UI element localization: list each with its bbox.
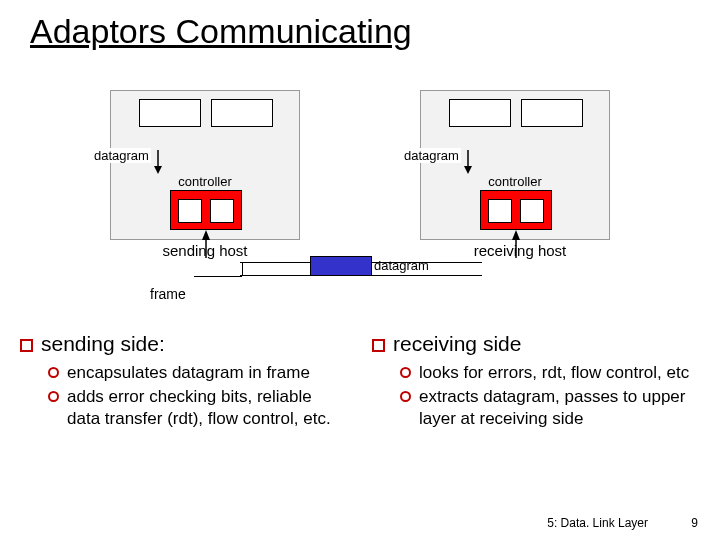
frame-datagram-label: datagram <box>374 258 429 273</box>
svg-marker-7 <box>512 230 520 240</box>
bullet-text: encapsulates datagram in frame <box>67 362 310 384</box>
bullet-l2: looks for errors, rdt, flow control, etc <box>400 362 700 384</box>
sending-host-label: sending host <box>145 242 265 259</box>
diagram: datagram controller sending host datagra… <box>70 90 610 310</box>
controller-label-left: controller <box>170 174 240 189</box>
datagram-label-left: datagram <box>92 148 151 163</box>
frame-label: frame <box>150 286 186 302</box>
left-column: sending side: encapsulates datagram in f… <box>20 332 348 431</box>
bullet-heading: sending side: <box>41 332 165 356</box>
card-slot <box>210 199 234 223</box>
frame-pointer <box>242 262 243 276</box>
bullet-l1: receiving side <box>372 332 700 356</box>
bullet-l2: extracts datagram, passes to upper layer… <box>400 386 700 430</box>
arrow-down-icon <box>152 150 164 174</box>
circle-bullet-icon <box>48 391 59 402</box>
arrow-down-icon <box>462 150 474 174</box>
circle-bullet-icon <box>400 391 411 402</box>
square-bullet-icon <box>372 339 385 352</box>
footer-section: 5: Data. Link Layer <box>547 516 648 530</box>
controller-card-left <box>170 190 242 230</box>
host-rect <box>211 99 273 127</box>
square-bullet-icon <box>20 339 33 352</box>
bullet-text: adds error checking bits, reliable data … <box>67 386 348 430</box>
frame-pointer <box>194 276 242 277</box>
bullet-l1: sending side: <box>20 332 348 356</box>
controller-label-right: controller <box>480 174 550 189</box>
bullet-heading: receiving side <box>393 332 521 356</box>
bullet-text: looks for errors, rdt, flow control, etc <box>419 362 689 384</box>
circle-bullet-icon <box>48 367 59 378</box>
svg-marker-3 <box>202 230 210 240</box>
card-slot <box>488 199 512 223</box>
svg-marker-5 <box>464 166 472 174</box>
bullet-l2: adds error checking bits, reliable data … <box>48 386 348 430</box>
circle-bullet-icon <box>400 367 411 378</box>
bullet-l2: encapsulates datagram in frame <box>48 362 348 384</box>
datagram-label-right: datagram <box>402 148 461 163</box>
frame-datagram-box <box>310 256 372 276</box>
footer-page-number: 9 <box>691 516 698 530</box>
host-rect <box>521 99 583 127</box>
card-slot <box>520 199 544 223</box>
right-column: receiving side looks for errors, rdt, fl… <box>372 332 700 431</box>
bullet-text: extracts datagram, passes to upper layer… <box>419 386 700 430</box>
receiving-host-label: receiving host <box>460 242 580 259</box>
controller-card-right <box>480 190 552 230</box>
host-rect <box>139 99 201 127</box>
host-rect <box>449 99 511 127</box>
card-slot <box>178 199 202 223</box>
svg-marker-1 <box>154 166 162 174</box>
bullet-columns: sending side: encapsulates datagram in f… <box>20 332 700 431</box>
slide-title: Adaptors Communicating <box>30 12 412 51</box>
